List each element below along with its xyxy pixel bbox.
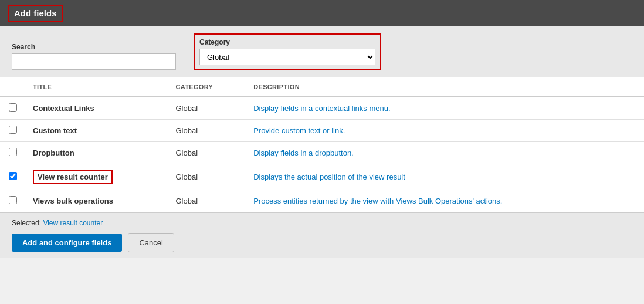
row-description: Display fields in a dropbutton. xyxy=(246,142,644,164)
checkbox-custom-text[interactable] xyxy=(9,126,17,134)
row-description: Displays the actual position of the view… xyxy=(246,164,644,190)
row-category: Global xyxy=(168,97,246,120)
search-group: Search xyxy=(12,43,176,70)
row-checkbox-cell xyxy=(0,164,26,190)
checkbox-view-result-counter[interactable] xyxy=(9,172,17,180)
row-checkbox-cell xyxy=(0,142,26,164)
add-configure-button[interactable]: Add and configure fields xyxy=(12,234,122,252)
col-description: DESCRIPTION xyxy=(246,77,644,97)
footer-section: Selected: View result counter Add and co… xyxy=(0,213,644,258)
field-title-text: Contextual Links xyxy=(33,104,94,113)
cancel-button[interactable]: Cancel xyxy=(128,233,174,252)
table-row: DropbuttonGlobalDisplay fields in a drop… xyxy=(0,142,644,164)
col-category: CATEGORY xyxy=(168,77,246,97)
table-row: Views bulk operationsGlobalProcess entit… xyxy=(0,190,644,212)
category-select[interactable]: Global Other xyxy=(199,49,375,65)
row-title: View result counter xyxy=(26,164,168,190)
modal-header: Add fields xyxy=(0,0,644,26)
category-label: Category xyxy=(199,38,375,46)
search-label: Search xyxy=(12,43,176,51)
fields-table-section: TITLE CATEGORY DESCRIPTION Contextual Li… xyxy=(0,77,644,213)
checkbox-contextual-links[interactable] xyxy=(9,103,17,112)
field-title-text: View result counter xyxy=(33,170,113,184)
row-title: Custom text xyxy=(26,120,168,142)
row-description: Process entities returned by the view wi… xyxy=(246,190,644,212)
row-checkbox-cell xyxy=(0,190,26,212)
row-category: Global xyxy=(168,142,246,164)
row-title: Views bulk operations xyxy=(26,190,168,212)
selected-info: Selected: View result counter xyxy=(12,219,632,227)
search-input[interactable] xyxy=(12,53,176,70)
row-category: Global xyxy=(168,120,246,142)
category-group: Category Global Other xyxy=(194,33,381,70)
col-checkbox xyxy=(0,77,26,97)
field-title-text: Custom text xyxy=(33,126,77,135)
table-row: Custom textGlobalProvide custom text or … xyxy=(0,120,644,142)
table-header-row: TITLE CATEGORY DESCRIPTION xyxy=(0,77,644,97)
row-title: Dropbutton xyxy=(26,142,168,164)
row-checkbox-cell xyxy=(0,97,26,120)
field-title-text: Dropbutton xyxy=(33,148,74,157)
checkbox-dropbutton[interactable] xyxy=(9,148,17,156)
row-checkbox-cell xyxy=(0,120,26,142)
row-category: Global xyxy=(168,190,246,212)
action-buttons: Add and configure fields Cancel xyxy=(12,233,632,252)
row-description: Provide custom text or link. xyxy=(246,120,644,142)
table-row: View result counterGlobalDisplays the ac… xyxy=(0,164,644,190)
fields-table: TITLE CATEGORY DESCRIPTION Contextual Li… xyxy=(0,77,644,212)
row-title: Contextual Links xyxy=(26,97,168,120)
col-title: TITLE xyxy=(26,77,168,97)
modal-title: Add fields xyxy=(8,5,63,22)
filter-section: Search Category Global Other xyxy=(0,26,644,77)
table-row: Contextual LinksGlobalDisplay fields in … xyxy=(0,97,644,120)
row-description: Display fields in a contextual links men… xyxy=(246,97,644,120)
row-category: Global xyxy=(168,164,246,190)
checkbox-views-bulk-operations[interactable] xyxy=(9,196,17,204)
field-title-text: Views bulk operations xyxy=(33,197,113,205)
selected-value-link[interactable]: View result counter xyxy=(43,219,103,227)
selected-label: Selected: xyxy=(12,219,41,227)
